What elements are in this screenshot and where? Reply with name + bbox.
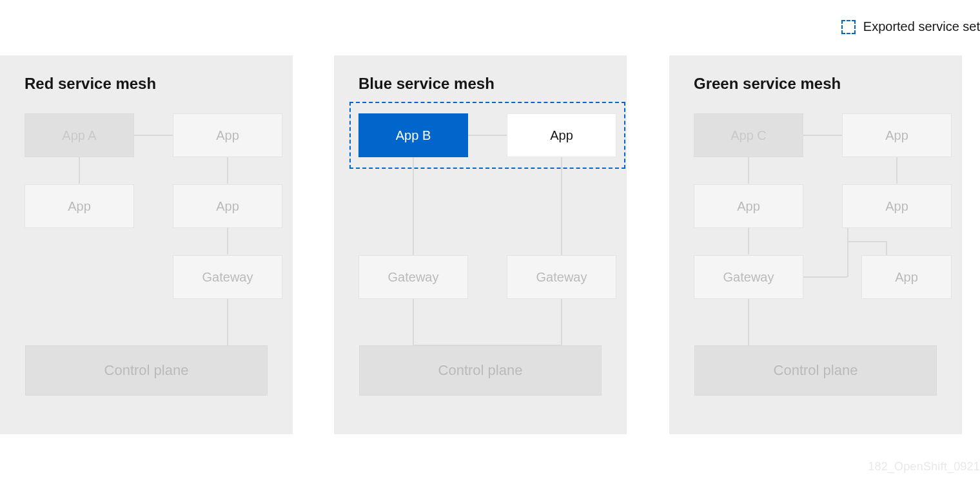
node-control-plane: Control plane <box>25 345 268 396</box>
mesh-green-title: Green service mesh <box>694 75 937 93</box>
legend: Exported service set <box>841 19 980 34</box>
mesh-red-body: App A App App App Gateway Control plane <box>24 102 268 424</box>
mesh-red-title: Red service mesh <box>24 75 268 93</box>
node-label: App C <box>730 128 767 143</box>
node-label: App <box>885 128 908 143</box>
legend-swatch-exported <box>841 20 856 34</box>
mesh-blue-body: App B App Gateway Gateway Control plane <box>358 102 602 424</box>
mesh-blue-title: Blue service mesh <box>358 75 602 93</box>
connector <box>227 299 228 345</box>
node-app: App <box>861 255 952 299</box>
connector <box>227 227 228 254</box>
connector <box>748 227 749 254</box>
connector <box>748 299 749 345</box>
connector <box>413 157 414 255</box>
node-label: App <box>885 199 908 214</box>
node-gateway: Gateway <box>507 255 616 299</box>
connector <box>413 299 414 345</box>
node-label: App <box>550 128 573 143</box>
node-control-plane: Control plane <box>694 345 937 396</box>
node-gateway: Gateway <box>358 255 468 299</box>
connector <box>468 135 507 136</box>
node-app-c: App C <box>694 113 803 157</box>
node-control-plane: Control plane <box>359 345 602 396</box>
node-label: App <box>895 270 918 285</box>
node-app-a: App A <box>24 113 134 157</box>
node-label: Gateway <box>723 270 774 285</box>
connector <box>803 276 847 278</box>
node-gateway: Gateway <box>173 255 282 299</box>
node-gateway: Gateway <box>694 255 803 299</box>
node-label: Control plane <box>104 362 189 379</box>
node-app: App <box>842 184 952 228</box>
connector <box>803 135 842 136</box>
node-label: Gateway <box>388 270 439 285</box>
node-label: Gateway <box>202 270 253 285</box>
connector <box>134 135 173 136</box>
legend-label: Exported service set <box>863 19 980 34</box>
mesh-green: Green service mesh App C App App App Gat… <box>669 55 962 434</box>
connector <box>227 157 228 184</box>
node-app: App <box>842 113 952 157</box>
node-label: Control plane <box>438 362 523 379</box>
node-app: App <box>694 184 803 228</box>
connector <box>748 157 749 184</box>
node-label: App <box>737 199 760 214</box>
mesh-green-body: App C App App App Gateway App Control pl… <box>694 102 937 424</box>
connector <box>847 241 887 242</box>
node-label: App <box>216 199 239 214</box>
connector <box>886 241 887 255</box>
node-label: App <box>216 128 239 143</box>
connector <box>79 157 80 184</box>
connector <box>561 157 562 255</box>
node-label: App <box>68 199 91 214</box>
node-app: App <box>173 113 282 157</box>
node-app: App <box>507 113 616 157</box>
connector <box>561 299 562 345</box>
connector <box>896 157 897 184</box>
node-label: Gateway <box>536 270 587 285</box>
footer-mark: 182_OpenShift_0921 <box>868 460 980 474</box>
node-app-b: App B <box>358 113 468 157</box>
node-label: App A <box>62 128 96 143</box>
mesh-blue: Blue service mesh App B App Gateway Gate… <box>334 55 627 434</box>
node-app: App <box>24 184 134 228</box>
mesh-red: Red service mesh App A App App App Gatew… <box>0 55 293 434</box>
node-app: App <box>173 184 282 228</box>
node-label: Control plane <box>774 362 858 379</box>
node-label: App B <box>396 128 431 143</box>
